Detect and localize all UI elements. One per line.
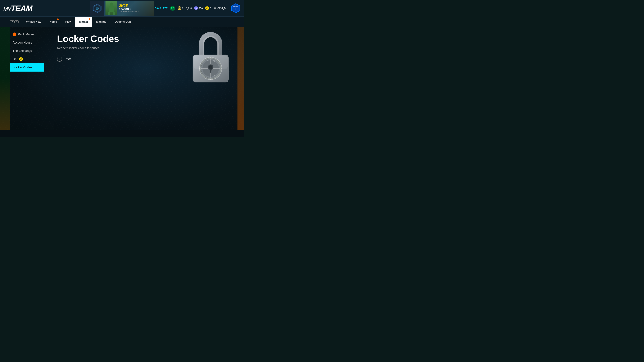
level-badge-container: LEVEL 1 xyxy=(231,3,241,13)
svg-rect-8 xyxy=(178,7,180,9)
svg-point-26 xyxy=(209,65,212,69)
stat-cards-value: 0 xyxy=(182,7,184,9)
stat-vc: VC 0 xyxy=(205,6,211,10)
get-vc-label: Get xyxy=(12,57,18,61)
svg-rect-7 xyxy=(113,12,115,15)
season-player-area xyxy=(106,1,117,15)
coin-svg: M xyxy=(195,7,197,9)
nav-item-whats-new[interactable]: What's New xyxy=(22,17,45,27)
l1-button[interactable]: L1 xyxy=(10,20,14,23)
sidebar-item-auction-house[interactable]: Auction House xyxy=(10,38,47,47)
svg-point-2 xyxy=(96,7,98,9)
svg-point-14 xyxy=(214,7,216,8)
level-badge-number: 1 xyxy=(235,7,237,11)
content-area: Locker Codes Redeem locker codes for pri… xyxy=(47,27,244,127)
top-bar: MyTEAM xyxy=(0,0,244,17)
logo: MyTEAM xyxy=(3,4,32,13)
nav-home-label: Home xyxy=(50,20,57,23)
sidebar: Pack Market Auction House The Exchange G… xyxy=(0,27,47,127)
pack-market-label: Pack Market xyxy=(18,33,35,36)
sidebar-item-locker-codes[interactable]: Locker Codes xyxy=(10,63,44,71)
stat-coins-value: 250 xyxy=(199,7,202,9)
stat-vc-value: 0 xyxy=(210,7,211,9)
vc-coin-icon: VC xyxy=(205,6,209,10)
svg-rect-6 xyxy=(108,12,110,15)
nav-play-label: Play xyxy=(66,20,71,23)
pack-market-dot xyxy=(12,32,16,36)
season-hex-left xyxy=(90,1,104,15)
stat-trophies: 0 xyxy=(186,6,192,10)
season-banner[interactable]: 2K25 SEASON 1 FEATURING JAYSON TATUM xyxy=(90,1,154,16)
vc-icon: VC xyxy=(19,57,23,61)
padlock-icon xyxy=(187,30,234,84)
stat-cards: 0 xyxy=(178,6,184,10)
nav-item-manage[interactable]: Manage xyxy=(92,17,110,27)
nav-market-label: Market xyxy=(79,20,88,23)
svg-point-29 xyxy=(210,57,211,58)
padlock-container xyxy=(187,30,234,84)
svg-point-4 xyxy=(110,2,113,6)
nav-item-market[interactable]: Market xyxy=(75,17,92,27)
nav-controls: L1 R1 xyxy=(10,20,18,23)
season-game-label: 2K25 xyxy=(119,4,150,7)
season-player-name: FEATURING JAYSON TATUM xyxy=(119,11,150,12)
svg-point-31 xyxy=(210,79,211,80)
season-right-content: 2K25 SEASON 1 FEATURING JAYSON TATUM xyxy=(104,1,154,15)
days-left-label: 9 DAYS LEFT xyxy=(152,7,167,9)
user-area: OPM_Ben xyxy=(214,7,228,10)
top-right-stats: 9 DAYS LEFT XP 0 0 xyxy=(152,3,241,13)
logo-area: MyTEAM xyxy=(3,4,32,13)
enter-x-icon: ✕ xyxy=(58,58,60,60)
sidebar-item-pack-market[interactable]: Pack Market xyxy=(10,30,47,38)
svg-rect-5 xyxy=(109,6,114,12)
nav-options-quit-label: Options/Quit xyxy=(115,20,131,23)
logo-team: TEAM xyxy=(11,4,32,13)
svg-point-30 xyxy=(221,68,222,69)
home-notification-dot xyxy=(57,18,59,20)
auction-house-label: Auction House xyxy=(12,41,32,44)
level-text: LEVEL 1 xyxy=(233,5,238,11)
sidebar-item-get-vc[interactable]: Get VC xyxy=(10,55,47,63)
enter-circle-icon: ✕ xyxy=(57,57,62,62)
player-silhouette xyxy=(106,1,117,15)
r1-button[interactable]: R1 xyxy=(14,20,18,23)
sidebar-item-the-exchange[interactable]: The Exchange xyxy=(10,47,47,55)
nav-bar: L1 R1 What's New Home Play Market Manage… xyxy=(0,17,244,27)
nav-item-options-quit[interactable]: Options/Quit xyxy=(110,17,135,27)
content-bg-decoration xyxy=(118,35,186,85)
season-banner-inner: 2K25 SEASON 1 FEATURING JAYSON TATUM xyxy=(90,1,154,16)
xp-badge: XP xyxy=(170,6,175,11)
main-content: Pack Market Auction House The Exchange G… xyxy=(0,27,244,127)
svg-point-32 xyxy=(199,68,200,69)
season-text-block: 2K25 SEASON 1 FEATURING JAYSON TATUM xyxy=(117,4,151,12)
the-exchange-label: The Exchange xyxy=(12,49,32,53)
nav-item-play[interactable]: Play xyxy=(61,17,75,27)
svg-text:M: M xyxy=(196,7,197,9)
user-icon xyxy=(214,7,216,10)
market-notification-dot xyxy=(89,18,90,20)
logo-text: MyTEAM xyxy=(3,4,32,13)
nav-whats-new-label: What's New xyxy=(26,20,41,23)
stat-trophies-value: 0 xyxy=(190,7,192,9)
logo-my: My xyxy=(3,6,11,12)
trophy-icon xyxy=(186,6,190,10)
card-icon xyxy=(178,6,181,10)
username-label: OPM_Ben xyxy=(217,7,228,9)
card-svg xyxy=(178,7,180,9)
days-left-area: 9 DAYS LEFT xyxy=(152,7,167,9)
season-number-label: SEASON 1 xyxy=(119,7,150,10)
coin-icon: M xyxy=(194,6,198,10)
nav-item-home[interactable]: Home xyxy=(45,17,61,27)
bottom-bar xyxy=(0,130,244,137)
nav-manage-label: Manage xyxy=(96,20,106,23)
trophy-svg xyxy=(186,7,189,10)
enter-label: Enter xyxy=(64,57,71,61)
stat-coins: M 250 xyxy=(194,6,202,10)
season-hex-icon xyxy=(92,4,102,13)
locker-codes-label: Locker Codes xyxy=(12,66,32,69)
